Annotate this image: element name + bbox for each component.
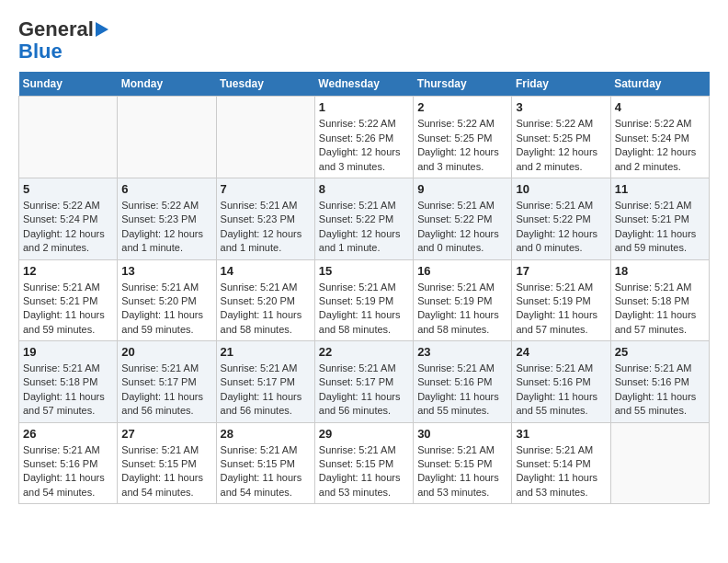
day-info: Sunrise: 5:21 AM Sunset: 5:17 PM Dayligh… [319, 362, 409, 419]
day-info: Sunrise: 5:21 AM Sunset: 5:21 PM Dayligh… [23, 281, 113, 338]
calendar-cell [118, 97, 216, 178]
calendar-cell: 5Sunrise: 5:22 AM Sunset: 5:24 PM Daylig… [19, 178, 118, 259]
day-number: 6 [121, 182, 211, 196]
day-number: 24 [516, 345, 606, 359]
calendar-cell: 7Sunrise: 5:21 AM Sunset: 5:23 PM Daylig… [216, 178, 314, 259]
day-number: 3 [516, 100, 606, 114]
calendar-cell: 8Sunrise: 5:21 AM Sunset: 5:22 PM Daylig… [314, 178, 413, 259]
day-info: Sunrise: 5:21 AM Sunset: 5:23 PM Dayligh… [221, 199, 311, 256]
logo-arrow-icon [96, 22, 108, 37]
day-info: Sunrise: 5:22 AM Sunset: 5:26 PM Dayligh… [319, 117, 409, 174]
day-info: Sunrise: 5:21 AM Sunset: 5:20 PM Dayligh… [121, 281, 211, 338]
calendar-week-1: 5Sunrise: 5:22 AM Sunset: 5:24 PM Daylig… [19, 178, 710, 259]
day-number: 7 [221, 182, 311, 196]
day-number: 27 [121, 427, 211, 441]
logo-general: General [18, 18, 94, 40]
day-number: 23 [417, 345, 507, 359]
calendar-cell: 16Sunrise: 5:21 AM Sunset: 5:19 PM Dayli… [414, 259, 512, 341]
day-info: Sunrise: 5:21 AM Sunset: 5:22 PM Dayligh… [319, 199, 409, 256]
day-info: Sunrise: 5:21 AM Sunset: 5:18 PM Dayligh… [23, 362, 113, 419]
calendar-cell: 13Sunrise: 5:21 AM Sunset: 5:20 PM Dayli… [118, 259, 216, 341]
calendar-cell: 27Sunrise: 5:21 AM Sunset: 5:15 PM Dayli… [118, 422, 216, 504]
day-info: Sunrise: 5:21 AM Sunset: 5:17 PM Dayligh… [121, 362, 211, 419]
day-number: 13 [121, 264, 211, 278]
calendar-header-row: SundayMondayTuesdayWednesdayThursdayFrid… [19, 72, 710, 97]
calendar-cell: 6Sunrise: 5:22 AM Sunset: 5:23 PM Daylig… [118, 178, 216, 259]
calendar-cell: 20Sunrise: 5:21 AM Sunset: 5:17 PM Dayli… [118, 341, 216, 423]
day-number: 10 [516, 182, 606, 196]
day-info: Sunrise: 5:22 AM Sunset: 5:25 PM Dayligh… [417, 117, 507, 174]
calendar-cell [19, 97, 118, 178]
calendar-cell: 23Sunrise: 5:21 AM Sunset: 5:16 PM Dayli… [414, 341, 512, 423]
day-number: 31 [516, 427, 606, 441]
calendar-cell: 19Sunrise: 5:21 AM Sunset: 5:18 PM Dayli… [19, 341, 118, 423]
calendar-cell: 25Sunrise: 5:21 AM Sunset: 5:16 PM Dayli… [610, 341, 709, 423]
calendar-table: SundayMondayTuesdayWednesdayThursdayFrid… [18, 72, 710, 504]
calendar-cell: 31Sunrise: 5:21 AM Sunset: 5:14 PM Dayli… [512, 422, 610, 504]
calendar-cell: 22Sunrise: 5:21 AM Sunset: 5:17 PM Dayli… [314, 341, 413, 423]
header-sunday: Sunday [19, 72, 118, 97]
calendar-cell: 26Sunrise: 5:21 AM Sunset: 5:16 PM Dayli… [19, 422, 118, 504]
header-monday: Monday [118, 72, 216, 97]
logo-blue: Blue [18, 40, 63, 63]
day-number: 16 [417, 264, 507, 278]
calendar-cell: 18Sunrise: 5:21 AM Sunset: 5:18 PM Dayli… [610, 259, 709, 341]
day-info: Sunrise: 5:21 AM Sunset: 5:15 PM Dayligh… [221, 443, 311, 500]
day-number: 20 [121, 345, 211, 359]
day-number: 2 [417, 100, 507, 114]
day-number: 8 [319, 182, 409, 196]
calendar-cell [610, 422, 709, 504]
calendar-cell: 10Sunrise: 5:21 AM Sunset: 5:22 PM Dayli… [512, 178, 610, 259]
day-info: Sunrise: 5:21 AM Sunset: 5:16 PM Dayligh… [615, 362, 705, 419]
day-info: Sunrise: 5:21 AM Sunset: 5:19 PM Dayligh… [417, 281, 507, 338]
calendar-cell: 1Sunrise: 5:22 AM Sunset: 5:26 PM Daylig… [314, 97, 413, 178]
calendar-cell: 4Sunrise: 5:22 AM Sunset: 5:24 PM Daylig… [610, 97, 709, 178]
calendar-cell: 12Sunrise: 5:21 AM Sunset: 5:21 PM Dayli… [19, 259, 118, 341]
calendar-cell: 17Sunrise: 5:21 AM Sunset: 5:19 PM Dayli… [512, 259, 610, 341]
day-info: Sunrise: 5:22 AM Sunset: 5:25 PM Dayligh… [516, 117, 606, 174]
day-number: 11 [615, 182, 705, 196]
calendar-cell: 24Sunrise: 5:21 AM Sunset: 5:16 PM Dayli… [512, 341, 610, 423]
day-info: Sunrise: 5:21 AM Sunset: 5:22 PM Dayligh… [417, 199, 507, 256]
day-info: Sunrise: 5:22 AM Sunset: 5:24 PM Dayligh… [615, 117, 705, 174]
calendar-cell: 29Sunrise: 5:21 AM Sunset: 5:15 PM Dayli… [314, 422, 413, 504]
day-number: 26 [23, 427, 113, 441]
calendar-cell: 15Sunrise: 5:21 AM Sunset: 5:19 PM Dayli… [314, 259, 413, 341]
header-tuesday: Tuesday [216, 72, 314, 97]
header-saturday: Saturday [610, 72, 709, 97]
day-number: 28 [221, 427, 311, 441]
day-info: Sunrise: 5:21 AM Sunset: 5:16 PM Dayligh… [23, 443, 113, 500]
day-info: Sunrise: 5:21 AM Sunset: 5:14 PM Dayligh… [516, 443, 606, 500]
calendar-cell: 9Sunrise: 5:21 AM Sunset: 5:22 PM Daylig… [414, 178, 512, 259]
day-number: 9 [417, 182, 507, 196]
day-info: Sunrise: 5:22 AM Sunset: 5:24 PM Dayligh… [23, 199, 113, 256]
day-number: 14 [221, 264, 311, 278]
day-info: Sunrise: 5:21 AM Sunset: 5:22 PM Dayligh… [516, 199, 606, 256]
day-info: Sunrise: 5:21 AM Sunset: 5:15 PM Dayligh… [121, 443, 211, 500]
day-number: 15 [319, 264, 409, 278]
day-number: 19 [23, 345, 113, 359]
page-header: General Blue [18, 18, 710, 63]
day-number: 4 [615, 100, 705, 114]
day-info: Sunrise: 5:21 AM Sunset: 5:20 PM Dayligh… [221, 281, 311, 338]
day-number: 5 [23, 182, 113, 196]
calendar-week-0: 1Sunrise: 5:22 AM Sunset: 5:26 PM Daylig… [19, 97, 710, 178]
day-info: Sunrise: 5:21 AM Sunset: 5:18 PM Dayligh… [615, 281, 705, 338]
header-thursday: Thursday [414, 72, 512, 97]
calendar-cell: 28Sunrise: 5:21 AM Sunset: 5:15 PM Dayli… [216, 422, 314, 504]
calendar-cell: 11Sunrise: 5:21 AM Sunset: 5:21 PM Dayli… [610, 178, 709, 259]
day-number: 12 [23, 264, 113, 278]
calendar-cell: 21Sunrise: 5:21 AM Sunset: 5:17 PM Dayli… [216, 341, 314, 423]
day-number: 17 [516, 264, 606, 278]
header-friday: Friday [512, 72, 610, 97]
logo: General Blue [18, 18, 108, 63]
day-info: Sunrise: 5:21 AM Sunset: 5:15 PM Dayligh… [417, 443, 507, 500]
day-number: 1 [319, 100, 409, 114]
calendar-cell: 3Sunrise: 5:22 AM Sunset: 5:25 PM Daylig… [512, 97, 610, 178]
day-number: 30 [417, 427, 507, 441]
day-info: Sunrise: 5:22 AM Sunset: 5:23 PM Dayligh… [121, 199, 211, 256]
day-info: Sunrise: 5:21 AM Sunset: 5:19 PM Dayligh… [319, 281, 409, 338]
day-info: Sunrise: 5:21 AM Sunset: 5:21 PM Dayligh… [615, 199, 705, 256]
header-wednesday: Wednesday [314, 72, 413, 97]
calendar-cell: 30Sunrise: 5:21 AM Sunset: 5:15 PM Dayli… [414, 422, 512, 504]
